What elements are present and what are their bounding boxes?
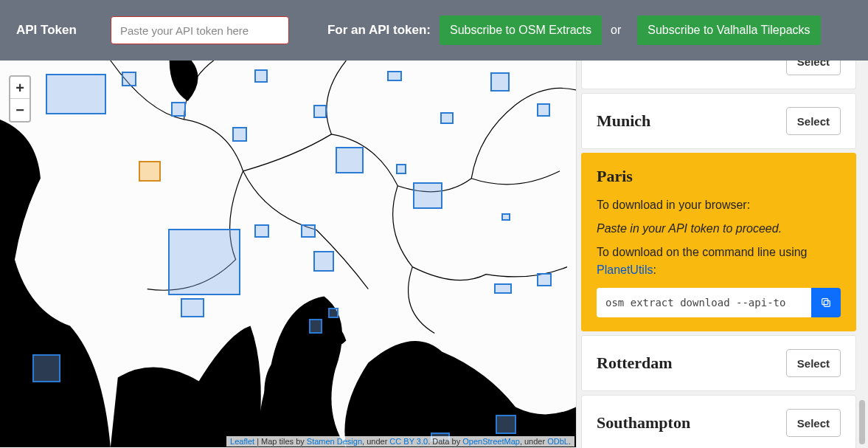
extent-rect[interactable]: [396, 164, 406, 174]
leaflet-link[interactable]: Leaflet: [230, 437, 254, 446]
download-cli-text: To download on the command line using Pl…: [597, 244, 841, 279]
extent-rect[interactable]: [254, 224, 269, 238]
extent-rect[interactable]: [181, 298, 204, 317]
cc-link[interactable]: CC BY 3.0: [389, 437, 428, 446]
extent-rect-selected[interactable]: [139, 161, 161, 182]
extent-rect[interactable]: [490, 72, 510, 92]
api-token-label: API Token: [16, 23, 77, 38]
planetutils-link[interactable]: PlanetUtils: [597, 263, 653, 276]
api-token-input[interactable]: [111, 16, 289, 44]
svg-rect-1: [824, 300, 830, 306]
download-browser-text: To download in your browser:: [597, 196, 841, 214]
extent-rect[interactable]: [254, 69, 268, 83]
extent-rect[interactable]: [387, 71, 402, 81]
city-card-southampton: Southampton Select: [581, 395, 856, 448]
extent-rect[interactable]: [501, 213, 510, 221]
city-name: Southampton: [597, 413, 690, 433]
extent-rect[interactable]: [122, 72, 136, 86]
select-button[interactable]: Select: [786, 409, 841, 437]
zoom-in-button[interactable]: +: [10, 77, 29, 99]
top-bar: API Token For an API token: Subscribe to…: [0, 0, 868, 61]
extent-rect[interactable]: [336, 147, 364, 173]
extent-rect[interactable]: [309, 319, 322, 334]
extent-rect[interactable]: [32, 354, 60, 382]
extent-rect[interactable]: [232, 127, 247, 142]
extent-rect[interactable]: [440, 112, 454, 124]
extent-rect[interactable]: [328, 308, 338, 318]
zoom-control: + −: [9, 75, 31, 123]
sidebar: Select Munich Select Paris To download i…: [577, 61, 868, 448]
copy-icon: [820, 297, 832, 309]
extent-rect[interactable]: [171, 102, 186, 117]
for-token-text: For an API token:: [327, 23, 431, 38]
svg-rect-2: [822, 299, 828, 305]
extent-rect[interactable]: [313, 105, 327, 118]
extent-rect[interactable]: [413, 182, 442, 209]
odbl-link[interactable]: ODbL: [547, 437, 569, 446]
city-card-rotterdam: Rotterdam Select: [581, 335, 856, 391]
city-card-paris: Paris To download in your browser: Paste…: [581, 153, 856, 331]
extent-rect[interactable]: [494, 283, 512, 294]
map-attribution: Leaflet | Map tiles by Stamen Design, un…: [226, 436, 574, 447]
city-name: Paris: [597, 167, 633, 186]
scrollbar[interactable]: [856, 61, 867, 448]
osm-link[interactable]: OpenStreetMap: [462, 437, 520, 446]
scrollbar-thumb[interactable]: [859, 400, 865, 444]
city-name: Munich: [597, 111, 650, 131]
extent-rect[interactable]: [313, 251, 334, 272]
extent-rect[interactable]: [168, 229, 240, 295]
stamen-link[interactable]: Stamen Design: [307, 437, 362, 446]
map[interactable]: + − Leaflet | Map tiles by Stamen Design…: [0, 61, 577, 448]
paste-token-text: Paste in your API token to proceed.: [597, 220, 841, 238]
subscribe-osm-button[interactable]: Subscribe to OSM Extracts: [440, 15, 602, 45]
select-button[interactable]: Select: [786, 349, 841, 377]
extent-rect[interactable]: [46, 74, 106, 114]
command-input[interactable]: [597, 288, 811, 317]
extent-rect[interactable]: [301, 224, 316, 238]
city-card-cutoff: Select: [581, 61, 856, 89]
select-button[interactable]: Select: [786, 107, 841, 135]
basemap: [0, 61, 576, 447]
city-name: Rotterdam: [597, 354, 673, 373]
subscribe-valhalla-button[interactable]: Subscribe to Valhalla Tilepacks: [637, 15, 820, 45]
extent-rect[interactable]: [537, 103, 550, 117]
or-text: or: [611, 24, 621, 37]
zoom-out-button[interactable]: −: [10, 99, 29, 121]
select-button[interactable]: Select: [786, 61, 841, 75]
city-name: [597, 61, 601, 71]
extent-rect[interactable]: [537, 273, 552, 286]
copy-button[interactable]: [811, 288, 841, 317]
city-card-munich: Munich Select: [581, 93, 856, 149]
extent-rect[interactable]: [496, 415, 516, 434]
